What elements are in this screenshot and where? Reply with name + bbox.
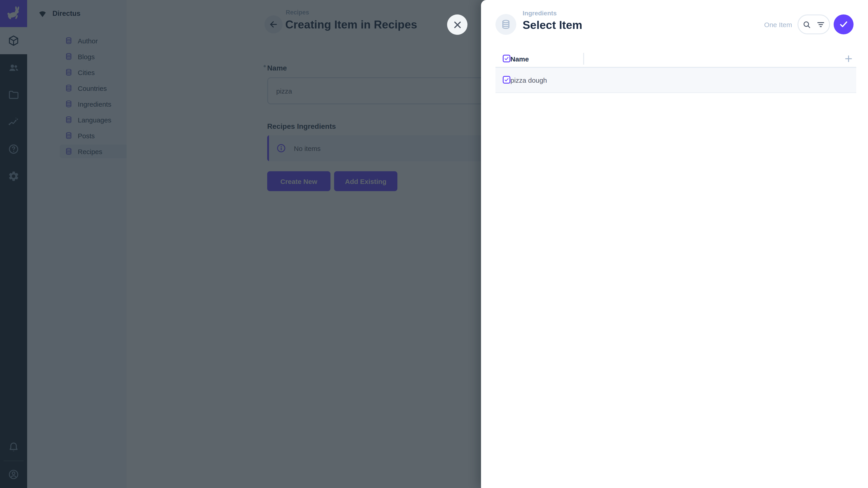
row-name-cell: pizza dough [510,76,547,84]
name-column-header[interactable]: Name [510,55,529,63]
item-count-label: One Item [764,21,792,29]
search-filter-group [798,14,830,34]
select-item-drawer: Ingredients Select Item One Item [481,0,868,488]
drawer-title: Select Item [523,19,582,32]
select-all-checkbox[interactable] [503,55,510,62]
collection-avatar [495,14,516,35]
close-icon [452,19,463,30]
filter-icon[interactable] [816,20,826,29]
table-row[interactable]: pizza dough [495,68,856,93]
confirm-selection-button[interactable] [834,14,854,34]
drawer-close-button[interactable] [447,14,467,35]
check-icon [838,19,849,30]
directus-app: Directus Author Blogs Cities Countries I… [0,0,868,488]
add-column-button[interactable] [844,54,854,64]
drawer-collection-label: Ingredients [523,9,557,17]
database-icon [500,19,511,30]
items-table: Name pizza dough [495,51,856,93]
table-header-row: Name [495,51,856,68]
search-icon[interactable] [802,20,811,29]
column-divider[interactable] [583,53,584,65]
row-checkbox[interactable] [503,76,510,84]
